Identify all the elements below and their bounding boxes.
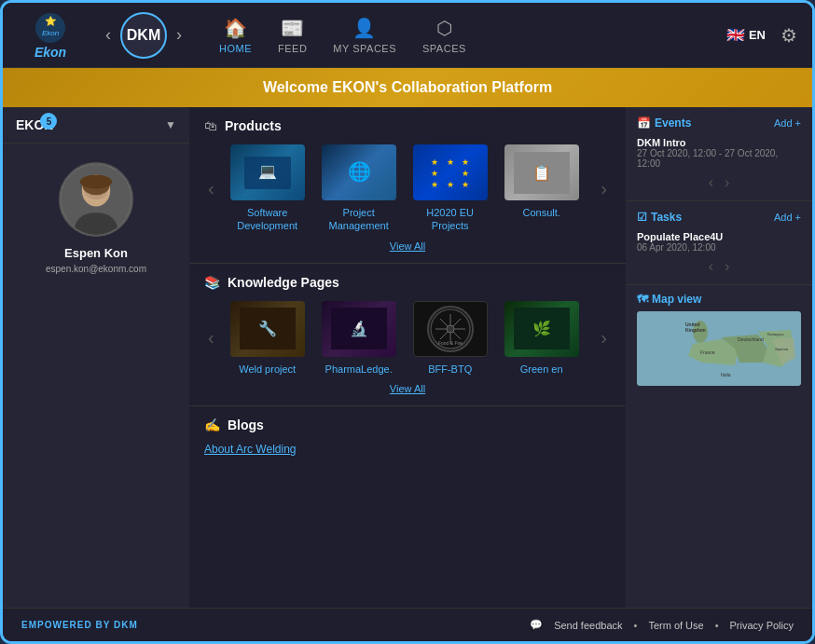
term-of-use-link[interactable]: Term of Use [648,620,703,631]
privacy-policy-link[interactable]: Privacy Policy [730,620,794,631]
task-item: Populate Place4U 06 Apr 2020, 12:00 [637,231,801,253]
avatar [59,162,133,237]
products-view-all[interactable]: View All [204,240,611,252]
svg-text:🌿: 🌿 [532,320,551,337]
product-img-software: 💻 [230,144,305,200]
settings-icon[interactable]: ⚙ [780,24,797,47]
blogs-icon: ✍ [204,418,220,432]
svg-text:📋: 📋 [532,164,551,182]
app-frame: ⭐ Ekon Ekon ‹ DKM › 🏠 HOME 📰 FEED 👤 [0,0,815,644]
products-section-header: 🛍 Products [204,118,611,133]
knowledge-view-all[interactable]: View All [204,383,611,394]
map-panel: 🗺 Map view [626,285,812,393]
svg-text:Food & Frie: Food & Frie [438,340,463,346]
nav-item-spaces[interactable]: ⬡ SPACES [422,17,466,54]
footer-right: 💬 Send feedback • Term of Use • Privacy … [530,619,794,631]
svg-text:⭐: ⭐ [45,15,57,27]
footer-dot-1: • [634,620,638,631]
event-item: DKM Intro 27 Oct 2020, 12:00 - 27 Oct 20… [637,137,801,169]
knowledge-prev-arrow[interactable]: ‹ [204,323,218,352]
spaces-icon: ⬡ [436,17,453,39]
feedback-link[interactable]: Send feedback [554,620,622,631]
product-card-consult[interactable]: 📋 Consult. [500,144,584,233]
products-prev-arrow[interactable]: ‹ [204,174,218,203]
ekon-logo-icon: ⭐ Ekon [34,11,67,45]
products-title: Products [225,118,282,133]
knowledge-card-green[interactable]: 🌿 Green en [500,301,584,376]
events-panel: 📅 Events Add + DKM Intro 27 Oct 2020, 12… [626,107,812,201]
knowledge-label-bff: BFF-BTQ [428,363,472,376]
tasks-panel: ☑ Tasks Add + Populate Place4U 06 Apr 20… [626,201,812,285]
product-img-project: 🌐 [322,144,396,200]
product-label-eu: H2020 EU Projects [408,206,492,233]
task-date: 06 Apr 2020, 12:00 [637,242,801,253]
user-name: Espen Kon [64,246,128,260]
nav-item-feed[interactable]: 📰 FEED [278,17,307,54]
nav-right: 🇬🇧 EN ⚙ [726,24,797,47]
knowledge-card-bff[interactable]: Food & Frie BFF-BTQ [408,301,492,376]
nav-item-home[interactable]: 🏠 HOME [219,17,252,54]
map-placeholder[interactable]: United Kingdom Deutschland France Белару… [637,311,801,386]
knowledge-section: 📚 Knowledge Pages ‹ 🔧 Weld project [189,264,626,406]
knowledge-carousel: ‹ 🔧 Weld project 🔬 PharmaLed [204,301,611,376]
events-title: 📅 Events [637,116,691,130]
map-icon: 🗺 [637,293,648,306]
products-next-arrow[interactable]: › [597,174,611,203]
knowledge-label-pharma: PharmaLedge. [325,363,393,376]
svg-text:🌐: 🌐 [347,160,370,183]
product-img-consult: 📋 [504,144,579,200]
nav-items: 🏠 HOME 📰 FEED 👤 MY SPACES ⬡ SPACES [219,17,715,54]
knowledge-img-green: 🌿 [504,301,579,357]
product-card-software[interactable]: 💻 Software Development [226,144,310,233]
footer: EMPOWERED BY DKM 💬 Send feedback • Term … [3,608,812,641]
knowledge-card-pharma[interactable]: 🔬 PharmaLedge. [317,301,401,376]
blog-link[interactable]: About Arc Welding [204,443,297,456]
welcome-banner: Welcome EKON's Collaboration Platform [3,68,812,107]
sidebar-header: EKON 5 ▼ [3,107,189,144]
svg-text:Україна: Україна [775,347,789,351]
events-header: 📅 Events Add + [637,116,801,130]
language-button[interactable]: 🇬🇧 EN [726,26,766,44]
svg-text:Italia: Italia [721,372,731,377]
welcome-text: Welcome EKON's Collaboration Platform [263,79,552,95]
svg-text:🔬: 🔬 [350,320,368,337]
tasks-prev-button[interactable]: ‹ [709,258,713,275]
knowledge-label-green: Green en [520,363,563,376]
home-icon: 🏠 [224,17,248,39]
user-email: espen.kon@ekonm.com [46,264,146,274]
product-card-eu[interactable]: ★ ★ ★ ★ ★ ★ ★ ★ [408,144,492,233]
events-next-button[interactable]: › [725,174,729,191]
dkm-badge[interactable]: DKM [120,12,167,59]
calendar-icon: 📅 [637,116,651,130]
blogs-title: Blogs [228,418,264,432]
avatar-svg [61,162,131,237]
knowledge-img-bff: Food & Frie [413,301,488,357]
knowledge-next-arrow[interactable]: › [597,323,611,352]
tasks-next-button[interactable]: › [725,258,729,275]
knowledge-section-header: 📚 Knowledge Pages [204,275,611,290]
blogs-section: ✍ Blogs About Arc Welding [189,406,626,468]
knowledge-title: Knowledge Pages [228,275,339,290]
product-card-project[interactable]: 🌐 Project Management [317,144,401,233]
events-add-button[interactable]: Add + [774,117,801,129]
svg-text:💻: 💻 [258,162,277,180]
product-label-consult: Consult. [522,206,559,219]
sidebar-badge-container: EKON 5 [16,116,53,133]
dkm-next-arrow[interactable]: › [173,21,186,48]
tasks-nav: ‹ › [637,258,801,275]
logo-text: Ekon [35,45,66,60]
task-title: Populate Place4U [637,231,801,242]
tasks-add-button[interactable]: Add + [774,212,801,223]
knowledge-cards: 🔧 Weld project 🔬 PharmaLedge. [226,301,590,376]
products-carousel: ‹ 💻 Software Development 🌐 P [204,144,611,233]
dkm-prev-arrow[interactable]: ‹ [102,21,115,48]
product-img-eu: ★ ★ ★ ★ ★ ★ ★ ★ [413,144,488,200]
knowledge-card-weld[interactable]: 🔧 Weld project [226,301,310,376]
events-prev-button[interactable]: ‹ [709,174,713,191]
right-panel: 📅 Events Add + DKM Intro 27 Oct 2020, 12… [626,107,812,608]
nav-item-my-spaces[interactable]: 👤 MY SPACES [333,17,396,54]
svg-text:Deutschland: Deutschland [738,336,764,342]
event-date: 27 Oct 2020, 12:00 - 27 Oct 2020, 12:00 [637,148,801,169]
events-nav: ‹ › [637,174,801,191]
sidebar-dropdown-arrow[interactable]: ▼ [165,118,176,131]
